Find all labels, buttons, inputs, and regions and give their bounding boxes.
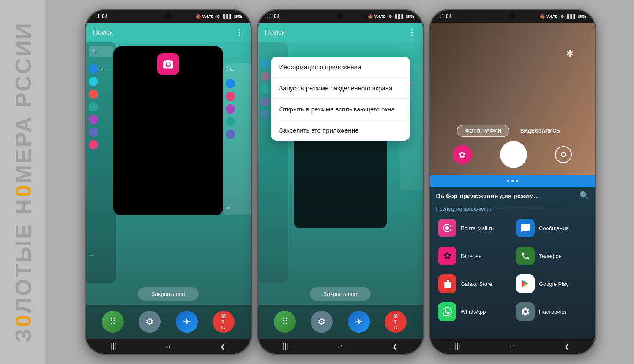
msg-svg bbox=[520, 223, 530, 233]
app-item-phone[interactable]: Телефон bbox=[513, 242, 590, 269]
time-2: 11:04 bbox=[267, 14, 280, 19]
time-3: 11:04 bbox=[439, 14, 452, 19]
nav-recents-2[interactable]: ||| bbox=[283, 342, 288, 350]
side-item-1: Со... bbox=[89, 64, 113, 73]
search-bar-1[interactable]: Поиск ⋮ bbox=[86, 23, 251, 42]
drag-dot-2 bbox=[511, 180, 514, 182]
recent-label-text: Последние приложения bbox=[436, 206, 492, 212]
menu-dots-1[interactable]: ⋮ bbox=[235, 27, 244, 38]
app-item-whatsapp[interactable]: WhatsApp bbox=[435, 298, 512, 325]
mini-search-1[interactable]: 🔍 ⋮ bbox=[89, 46, 113, 57]
phone-svg bbox=[521, 251, 530, 261]
right-icon-5 bbox=[226, 130, 235, 139]
context-item-4[interactable]: Закрепить это приложение bbox=[271, 120, 410, 141]
side-icon-4 bbox=[89, 102, 98, 111]
app-item-gallery[interactable]: ✿ Галерея bbox=[435, 242, 512, 269]
status-bar-2: 11:04 🔕 VoLTE 4G+ ▌▌▌ 88% bbox=[258, 10, 423, 23]
dock-app-8[interactable]: МТС bbox=[385, 311, 407, 333]
app-item-messages[interactable]: Сообщения bbox=[513, 215, 590, 242]
camera-preview: ✱ ФОТОГРАФИЯ ВИДЕОЗАПИСЬ ✿ bbox=[430, 23, 595, 175]
nav-back-2[interactable]: ❮ bbox=[392, 342, 398, 350]
settings-icon bbox=[516, 302, 535, 321]
side-icon-6 bbox=[89, 128, 98, 137]
side-label-1: Со... bbox=[100, 67, 108, 71]
dock-icon-6: ⚙ bbox=[317, 316, 326, 327]
nav-recents-1[interactable]: ||| bbox=[111, 342, 116, 350]
dock-icon-7: ✈ bbox=[355, 316, 363, 327]
side-icon-7 bbox=[89, 140, 98, 149]
close-all-btn-1[interactable]: Закрыть все bbox=[138, 287, 199, 301]
search-bar-2[interactable]: Поиск ⋮ bbox=[258, 23, 423, 42]
context-item-1[interactable]: Информация о приложении bbox=[271, 57, 410, 78]
camera-icon-svg bbox=[162, 58, 174, 70]
search-label-1: Поиск bbox=[93, 28, 232, 37]
phone-3: 11:04 🔕 VoLTE 4G+ ▌▌▌ 88% ✱ ФОТОГРАФИЯ В… bbox=[429, 9, 596, 355]
menu-dots-2[interactable]: ⋮ bbox=[407, 27, 416, 38]
camera-flower-btn[interactable]: ✿ bbox=[453, 145, 472, 164]
nav-bar-2: ||| ○ ❮ bbox=[258, 339, 423, 354]
dock-icon-8: МТС bbox=[394, 313, 398, 331]
dock-app-6[interactable]: ⚙ bbox=[311, 311, 333, 333]
cursor-indicator: ✱ bbox=[566, 48, 574, 59]
nav-home-3[interactable]: ○ bbox=[510, 342, 515, 351]
drag-dots bbox=[507, 180, 518, 182]
left-search: 🔍 ⋮ bbox=[86, 42, 116, 61]
nav-home-2[interactable]: ○ bbox=[338, 342, 343, 351]
side-item-7 bbox=[89, 140, 113, 149]
dock-app-5[interactable]: ⠿ bbox=[274, 311, 296, 333]
app-selector-title: Выбор приложения для режим... bbox=[436, 192, 576, 199]
status-bar-3: 11:04 🔕 VoLTE 4G+ ▌▌▌ 88% bbox=[430, 10, 595, 23]
context-item-3[interactable]: Открыть в режиме всплывающего окна bbox=[271, 99, 410, 120]
bars-icon-3: ▌▌▌ bbox=[567, 14, 576, 19]
dock-icon-4: МТС bbox=[221, 313, 226, 331]
side-item-6 bbox=[89, 128, 113, 137]
drag-handle[interactable] bbox=[430, 175, 595, 187]
bottom-dock-1: ⠿ ⚙ ✈ МТС bbox=[86, 305, 251, 339]
nav-bar-1: ||| ○ ❮ bbox=[86, 339, 251, 354]
app-item-gplay[interactable]: Google Play bbox=[513, 270, 590, 297]
right-icon-2 bbox=[226, 92, 235, 101]
side-item-3 bbox=[89, 90, 113, 99]
camera-shutter-row: ✿ bbox=[439, 141, 586, 168]
camera-circle-inner bbox=[561, 152, 566, 157]
phone-1: 11:04 🔕 VoLTE 4G+ ▌▌▌ 88% Поиск ⋮ bbox=[85, 9, 252, 355]
app-icon-top-1[interactable] bbox=[157, 53, 179, 75]
right-panel-1: Со... bbox=[223, 63, 251, 215]
mini-search-icon: 🔍 bbox=[91, 49, 97, 54]
camera-tab-photo[interactable]: ФОТОГРАФИЯ bbox=[457, 125, 509, 137]
recent-apps-area-1: 🔍 ⋮ Со... bbox=[86, 42, 251, 283]
app-name-gallery: Галерея bbox=[461, 253, 482, 259]
context-item-2[interactable]: Запуск в режиме разделенного экрана bbox=[271, 78, 410, 99]
nav-back-3[interactable]: ❮ bbox=[564, 342, 570, 350]
wifi-icon-3: VoLTE 4G+ bbox=[546, 14, 566, 19]
dock-app-3[interactable]: ✈ bbox=[176, 311, 198, 333]
right-icon-3 bbox=[226, 104, 235, 114]
camera-flip-btn[interactable] bbox=[555, 146, 572, 163]
screen-3: ✱ ФОТОГРАФИЯ ВИДЕОЗАПИСЬ ✿ bbox=[430, 23, 595, 354]
side-item-2 bbox=[89, 77, 113, 86]
status-bar-1: 11:04 🔕 VoLTE 4G+ ▌▌▌ 88% bbox=[86, 10, 251, 23]
app-item-galaxy[interactable]: Galaxy Store bbox=[435, 270, 512, 297]
app-item-mail[interactable]: Почта Mail.ru bbox=[435, 215, 512, 242]
app-search-icon[interactable]: 🔍 bbox=[579, 191, 589, 200]
nav-home-1[interactable]: ○ bbox=[166, 342, 171, 351]
app-name-gplay: Google Play bbox=[539, 281, 569, 287]
svg-point-0 bbox=[167, 62, 170, 66]
messages-icon bbox=[516, 219, 535, 237]
camera-tab-video[interactable]: ВИДЕОЗАПИСЬ bbox=[513, 125, 568, 136]
camera-shutter-btn[interactable] bbox=[500, 141, 527, 168]
nav-recents-3[interactable]: ||| bbox=[455, 342, 460, 350]
dock-icon-3: ✈ bbox=[183, 316, 191, 327]
phones-container: 11:04 🔕 VoLTE 4G+ ▌▌▌ 88% Поиск ⋮ bbox=[46, 0, 634, 364]
app-item-settings[interactable]: Настройки bbox=[513, 298, 590, 325]
bars-icon-2: ▌▌▌ bbox=[395, 14, 404, 19]
dock-app-1[interactable]: ⠿ bbox=[102, 311, 124, 333]
dock-app-2[interactable]: ⚙ bbox=[139, 311, 161, 333]
right-pagination: Pa bbox=[226, 204, 230, 211]
dock-app-4[interactable]: МТС bbox=[213, 311, 235, 333]
dock-app-7[interactable]: ✈ bbox=[348, 311, 370, 333]
recent-apps-label-3: Последние приложения bbox=[430, 204, 595, 215]
close-all-btn-2[interactable]: Закрыть все bbox=[310, 287, 371, 301]
nav-back-1[interactable]: ❮ bbox=[220, 342, 226, 350]
bars-icon-1: ▌▌▌ bbox=[223, 14, 232, 19]
